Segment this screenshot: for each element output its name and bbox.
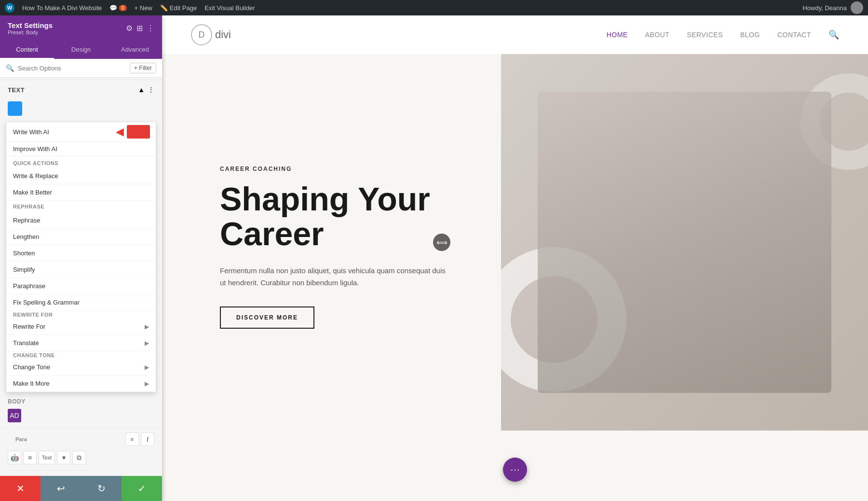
text-section-chevron-up[interactable]: ▲ xyxy=(138,86,145,94)
text-section-title: Text xyxy=(8,86,25,94)
menu-item-make-better[interactable]: Make It Better xyxy=(6,184,156,201)
menu-item-shorten[interactable]: Shorten xyxy=(6,245,156,262)
change-tone-label: Change Tone xyxy=(6,351,156,359)
nav-home[interactable]: HOME xyxy=(607,31,628,39)
site-nav: D divi HOME ABOUT SERVICES BLOG CONTACT … xyxy=(162,15,868,54)
nav-blog[interactable]: BLOG xyxy=(740,31,760,39)
exit-builder-link[interactable]: Exit Visual Builder xyxy=(204,4,255,12)
user-avatar xyxy=(851,1,863,14)
panel-tabs: Content Design Advanced xyxy=(0,41,162,59)
menu-item-simplify[interactable]: Simplify xyxy=(6,262,156,278)
new-button[interactable]: + New xyxy=(135,4,152,12)
wp-admin-bar: W How To Make A Divi Website 💬 0 + New ✏… xyxy=(0,0,868,15)
filter-button[interactable]: + Filter xyxy=(130,63,156,73)
site-logo: D divi xyxy=(191,24,231,45)
confirm-button[interactable]: ✓ xyxy=(122,476,162,501)
text-section-header: Text ▲ ⋮ xyxy=(0,80,162,97)
edit-page-link[interactable]: ✏️ Edit Page xyxy=(160,4,197,12)
para-italic-icon[interactable]: I xyxy=(141,432,154,446)
panel-preset[interactable]: Preset: Body xyxy=(8,29,53,35)
site-name-link[interactable]: How To Make A Divi Website xyxy=(22,4,102,12)
menu-item-make-more[interactable]: Make It More ▶ xyxy=(6,376,156,392)
red-cta-box[interactable] xyxy=(127,125,150,139)
website-frame: D divi HOME ABOUT SERVICES BLOG CONTACT … xyxy=(162,15,868,501)
para-chevron-down[interactable]: ▾ xyxy=(57,451,70,464)
text-section: Text ▲ ⋮ Write With AI ◀ xyxy=(0,80,162,468)
change-tone-arrow-icon: ▶ xyxy=(145,364,149,371)
logo-circle: D xyxy=(191,24,212,45)
panel-content: Text ▲ ⋮ Write With AI ◀ xyxy=(0,78,162,501)
write-with-ai-label[interactable]: Write With AI xyxy=(13,128,116,136)
para-label: Para xyxy=(8,434,35,444)
para-toolbar-icon-2[interactable]: ≡ xyxy=(23,451,37,464)
quick-actions-label: Quick Actions xyxy=(6,156,156,168)
fab-button[interactable]: ⋯ xyxy=(503,458,527,482)
improve-with-ai-row[interactable]: Improve With AI xyxy=(6,142,156,156)
tab-design[interactable]: Design xyxy=(54,41,108,59)
rephrase-section-label: Rephrase xyxy=(6,201,156,212)
hero-people-placeholder xyxy=(501,54,868,431)
user-greeting: Howdy, Deanna xyxy=(802,1,863,14)
translate-arrow-icon: ▶ xyxy=(145,340,149,347)
panel-title: Text Settings xyxy=(8,21,53,29)
tab-content[interactable]: Content xyxy=(0,41,54,59)
panel-more-icon[interactable]: ⋮ xyxy=(147,24,154,33)
body-section: Body AD xyxy=(0,394,162,428)
search-icon: 🔍 xyxy=(6,64,14,72)
menu-item-translate[interactable]: Translate ▶ xyxy=(6,335,156,351)
rewrite-for-label: Rewrite For xyxy=(6,311,156,319)
undo-button[interactable]: ↩ xyxy=(41,476,81,501)
hero-image xyxy=(501,54,868,431)
menu-item-rephrase[interactable]: Rephrase xyxy=(6,212,156,229)
menu-item-lengthen[interactable]: Lengthen xyxy=(6,229,156,245)
hero-cta-button[interactable]: DISCOVER MORE xyxy=(220,306,314,329)
nav-search-icon[interactable]: 🔍 xyxy=(828,29,839,40)
hero-left: CAREER COACHING Shaping Your Career Ferm… xyxy=(162,54,501,431)
move-handle[interactable]: ⟺ xyxy=(433,234,450,251)
search-input[interactable] xyxy=(18,65,126,72)
nav-links: HOME ABOUT SERVICES BLOG CONTACT 🔍 xyxy=(607,29,839,40)
color-swatch[interactable] xyxy=(8,101,22,116)
para-section: Para ≡ I 🤖 ≡ Text ▾ ⧉ xyxy=(0,428,162,468)
para-toolbar-icon-1[interactable]: 🤖 xyxy=(8,451,21,464)
body-ad-badge[interactable]: AD xyxy=(8,409,21,422)
hero-body: Fermentum nulla non justo aliquet, quis … xyxy=(220,264,451,289)
menu-item-write-replace[interactable]: Write & Replace xyxy=(6,168,156,184)
cancel-button[interactable]: ✕ xyxy=(0,476,41,501)
write-with-ai-row: Write With AI ◀ xyxy=(6,122,156,142)
main-website-area: D divi HOME ABOUT SERVICES BLOG CONTACT … xyxy=(162,15,868,501)
panel-search-row: 🔍 + Filter xyxy=(0,59,162,78)
panel-layout-icon[interactable]: ⊞ xyxy=(136,24,143,33)
text-section-more[interactable]: ⋮ xyxy=(148,86,154,94)
menu-item-rewrite-for[interactable]: Rewrite For ▶ xyxy=(6,319,156,335)
menu-item-change-tone[interactable]: Change Tone ▶ xyxy=(6,359,156,376)
wp-logo-icon[interactable]: W xyxy=(5,3,14,13)
panel-settings-icon[interactable]: ⚙ xyxy=(126,24,133,33)
text-preset-row xyxy=(0,97,162,120)
tab-advanced[interactable]: Advanced xyxy=(108,41,162,59)
nav-services[interactable]: SERVICES xyxy=(687,31,723,39)
nav-about[interactable]: ABOUT xyxy=(645,31,670,39)
hero-subtitle: CAREER COACHING xyxy=(220,166,472,172)
redo-button[interactable]: ↻ xyxy=(81,476,122,501)
nav-contact[interactable]: CONTACT xyxy=(777,31,811,39)
para-copy-icon[interactable]: ⧉ xyxy=(72,451,86,464)
panel-header: Text Settings Preset: Body ⚙ ⊞ ⋮ xyxy=(0,15,162,41)
comment-count[interactable]: 💬 0 xyxy=(109,4,127,12)
panel-bottom-actions: ✕ ↩ ↻ ✓ xyxy=(0,476,162,501)
hero-right xyxy=(501,54,868,431)
logo-text: divi xyxy=(215,28,231,41)
menu-item-fix-spelling[interactable]: Fix Spelling & Grammar xyxy=(6,294,156,311)
text-settings-panel: Text Settings Preset: Body ⚙ ⊞ ⋮ Content… xyxy=(0,15,162,501)
menu-item-paraphrase[interactable]: Paraphrase xyxy=(6,278,156,294)
ai-dropdown-menu: Write With AI ◀ Improve With AI Quick Ac… xyxy=(6,122,156,392)
panel-header-icons: ⚙ ⊞ ⋮ xyxy=(126,24,154,33)
body-label: Body xyxy=(8,398,154,405)
make-more-arrow-icon: ▶ xyxy=(145,380,149,387)
para-align-icon[interactable]: ≡ xyxy=(125,432,139,446)
para-text-badge[interactable]: Text xyxy=(39,451,55,464)
hero-section: CAREER COACHING Shaping Your Career Ferm… xyxy=(162,54,868,431)
rewrite-for-arrow-icon: ▶ xyxy=(145,323,149,330)
red-arrow-icon: ◀ xyxy=(116,125,124,138)
